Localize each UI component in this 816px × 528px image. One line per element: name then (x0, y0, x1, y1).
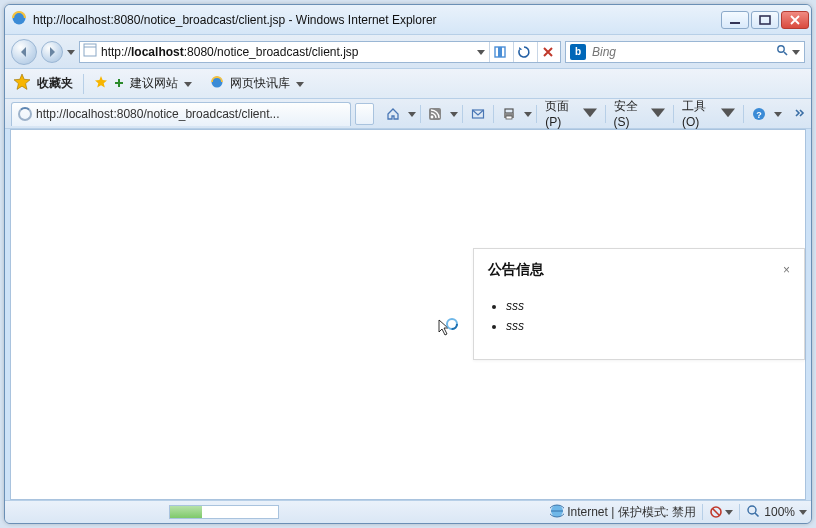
title-app: Windows Internet Explorer (296, 13, 437, 27)
page-menu-label: 页面(P) (545, 98, 580, 129)
svg-rect-3 (84, 44, 96, 56)
notice-list: sss sss (506, 299, 790, 333)
browser-window: http://localhost:8080/notice_broadcast/c… (4, 4, 812, 524)
search-dropdown[interactable] (792, 45, 800, 59)
tab-command-bar: http://localhost:8080/notice_broadcast/c… (5, 99, 811, 129)
notice-title: 公告信息 (488, 261, 544, 279)
url-rest: :8080/notice_broadcast/client.jsp (184, 45, 359, 59)
title-url: http://localhost:8080/notice_broadcast/c… (33, 13, 285, 27)
bing-icon: b (570, 44, 586, 60)
feeds-dropdown[interactable] (450, 107, 458, 121)
ie-icon (11, 10, 27, 29)
help-dropdown[interactable] (774, 107, 782, 121)
web-slice-link[interactable]: 网页快讯库 (230, 75, 290, 92)
url-host: localhost (131, 45, 184, 59)
svg-rect-5 (498, 47, 502, 57)
search-button[interactable] (776, 44, 788, 59)
feeds-button[interactable] (424, 103, 446, 125)
search-input[interactable] (590, 44, 772, 60)
zoom-control[interactable]: 100% (746, 504, 807, 521)
status-bar: Internet | 保护模式: 禁用 100% (5, 500, 811, 523)
security-zone[interactable]: Internet | 保护模式: 禁用 (550, 504, 696, 521)
navigation-bar: http://localhost:8080/notice_broadcast/c… (5, 35, 811, 69)
tools-menu-label: 工具(O) (682, 98, 719, 129)
url-prefix: http:// (101, 45, 131, 59)
address-bar[interactable]: http://localhost:8080/notice_broadcast/c… (79, 41, 561, 63)
status-protected-dropdown[interactable] (709, 505, 733, 519)
read-mail-button[interactable] (467, 103, 489, 125)
svg-point-20 (748, 506, 756, 514)
forward-button[interactable] (41, 41, 63, 63)
security-zone-text: Internet | 保护模式: 禁用 (567, 504, 696, 521)
svg-rect-2 (760, 16, 770, 24)
busy-cursor-icon (437, 318, 459, 343)
tools-menu[interactable]: 工具(O) (678, 103, 739, 125)
zoom-level: 100% (764, 505, 795, 519)
print-dropdown[interactable] (524, 107, 532, 121)
nav-history-dropdown[interactable] (67, 45, 75, 59)
home-button[interactable] (382, 103, 404, 125)
notice-close-button[interactable]: × (783, 263, 790, 277)
svg-rect-1 (730, 22, 740, 24)
svg-rect-13 (506, 116, 512, 119)
suggest-star-icon (94, 75, 108, 92)
close-button[interactable] (781, 11, 809, 29)
svg-rect-11 (505, 109, 513, 113)
title-bar: http://localhost:8080/notice_broadcast/c… (5, 5, 811, 35)
favorites-separator (83, 74, 84, 94)
active-tab[interactable]: http://localhost:8080/notice_broadcast/c… (11, 102, 351, 126)
svg-text:?: ? (756, 109, 762, 119)
svg-point-9 (431, 115, 434, 118)
safety-menu[interactable]: 安全(S) (610, 103, 669, 125)
favorites-bar: 收藏夹 建议网站 网页快讯库 (5, 69, 811, 99)
address-dropdown[interactable] (477, 45, 485, 59)
window-title: http://localhost:8080/notice_broadcast/c… (33, 13, 437, 27)
maximize-button[interactable] (751, 11, 779, 29)
notice-item: sss (506, 299, 790, 313)
search-box[interactable]: b (565, 41, 805, 63)
back-button[interactable] (11, 39, 37, 65)
webslice-icon (210, 75, 224, 92)
title-sep: - (289, 13, 296, 27)
address-url: http://localhost:8080/notice_broadcast/c… (101, 45, 473, 59)
page-viewport: 公告信息 × sss sss (10, 129, 806, 500)
tab-label: http://localhost:8080/notice_broadcast/c… (36, 107, 280, 121)
page-favicon (83, 43, 97, 60)
suggested-sites-dropdown[interactable] (184, 77, 192, 91)
tab-loading-icon (18, 107, 32, 121)
svg-point-16 (447, 319, 457, 329)
new-tab-button[interactable] (355, 103, 374, 125)
favorites-label[interactable]: 收藏夹 (37, 75, 73, 92)
compat-view-button[interactable] (489, 42, 509, 62)
command-overflow-button[interactable] (795, 107, 805, 121)
notice-item: sss (506, 319, 790, 333)
svg-point-6 (778, 46, 784, 52)
page-menu[interactable]: 页面(P) (541, 103, 600, 125)
zoom-icon (746, 504, 760, 521)
print-button[interactable] (498, 103, 520, 125)
suggested-sites-link[interactable]: 建议网站 (130, 75, 178, 92)
minimize-button[interactable] (721, 11, 749, 29)
add-favorite-icon[interactable] (114, 77, 124, 91)
notice-panel: 公告信息 × sss sss (473, 248, 805, 360)
stop-button[interactable] (537, 42, 557, 62)
refresh-button[interactable] (513, 42, 533, 62)
globe-icon (550, 504, 567, 521)
safety-menu-label: 安全(S) (614, 98, 649, 129)
progress-fill (170, 506, 202, 518)
home-dropdown[interactable] (408, 107, 416, 121)
favorites-star-icon[interactable] (13, 73, 31, 94)
progress-bar (169, 505, 279, 519)
help-button[interactable]: ? (748, 103, 770, 125)
svg-point-17 (447, 319, 457, 329)
web-slice-dropdown[interactable] (296, 77, 304, 91)
